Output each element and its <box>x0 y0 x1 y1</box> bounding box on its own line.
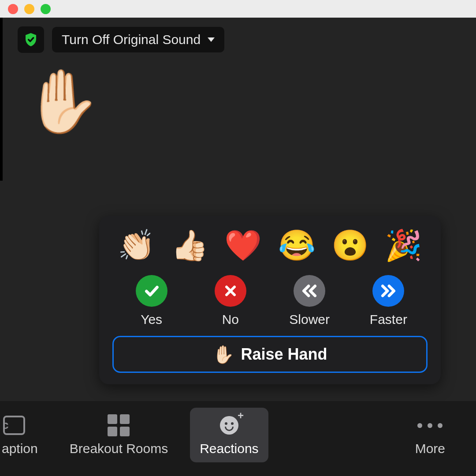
feedback-slower[interactable]: Slower <box>272 275 347 327</box>
encryption-shield-button[interactable] <box>18 26 44 53</box>
feedback-faster[interactable]: Faster <box>351 275 426 327</box>
feedback-yes-label: Yes <box>141 312 162 327</box>
toolbar-breakout-rooms[interactable]: Breakout Rooms <box>60 408 178 462</box>
reaction-clap[interactable]: 👏🏻 <box>118 230 155 260</box>
raise-hand-label: Raise Hand <box>241 345 327 364</box>
raise-hand-icon: ✋🏻 <box>212 346 234 363</box>
original-sound-label: Turn Off Original Sound <box>62 32 201 47</box>
toolbar-reactions[interactable]: + Reactions <box>190 408 268 462</box>
original-sound-toggle[interactable]: Turn Off Original Sound <box>52 27 224 52</box>
plus-icon: + <box>238 409 244 422</box>
faster-icon <box>372 275 404 307</box>
toolbar-more-label: More <box>415 441 445 456</box>
shield-check-icon <box>23 32 39 48</box>
feedback-slower-label: Slower <box>289 312 330 327</box>
left-edge-strip <box>0 18 3 181</box>
reaction-open-mouth[interactable]: 😮 <box>331 230 369 260</box>
reaction-joy[interactable]: 😂 <box>278 230 316 260</box>
toolbar-breakout-label: Breakout Rooms <box>70 441 168 456</box>
yes-icon <box>136 275 167 307</box>
window-maximize-button[interactable] <box>41 4 51 14</box>
reactions-icon: + <box>220 414 238 437</box>
nonverbal-feedback-row: Yes No Slower Faster <box>112 269 428 336</box>
reactions-popover: 👏🏻 👍🏻 ❤️ 😂 😮 🎉 Yes No Slower <box>99 216 441 384</box>
window-close-button[interactable] <box>8 4 18 14</box>
window-minimize-button[interactable] <box>24 4 34 14</box>
feedback-yes[interactable]: Yes <box>114 275 189 327</box>
meeting-toolbar: c aption Breakout Rooms + <box>0 401 476 476</box>
raised-hand-overlay: ✋🏻 <box>24 71 101 132</box>
feedback-no[interactable]: No <box>193 275 268 327</box>
breakout-rooms-icon <box>108 414 130 437</box>
raise-hand-button[interactable]: ✋🏻 Raise Hand <box>112 336 428 373</box>
chevron-down-icon <box>208 37 215 42</box>
meeting-top-controls: Turn Off Original Sound <box>0 18 476 57</box>
window-titlebar <box>0 0 476 18</box>
toolbar-caption[interactable]: c aption <box>0 408 48 462</box>
closed-caption-icon: c <box>15 414 25 437</box>
feedback-faster-label: Faster <box>370 312 407 327</box>
toolbar-reactions-label: Reactions <box>200 441 258 456</box>
reaction-thumbs-up[interactable]: 👍🏻 <box>171 230 208 260</box>
reaction-tada[interactable]: 🎉 <box>385 230 422 260</box>
more-icon <box>417 414 443 437</box>
slower-icon <box>294 275 325 307</box>
toolbar-more[interactable]: More <box>405 408 455 462</box>
reaction-heart[interactable]: ❤️ <box>224 230 262 260</box>
feedback-no-label: No <box>222 312 239 327</box>
toolbar-caption-label: aption <box>2 441 38 456</box>
emoji-reactions-row: 👏🏻 👍🏻 ❤️ 😂 😮 🎉 <box>112 228 428 269</box>
no-icon <box>215 275 246 307</box>
